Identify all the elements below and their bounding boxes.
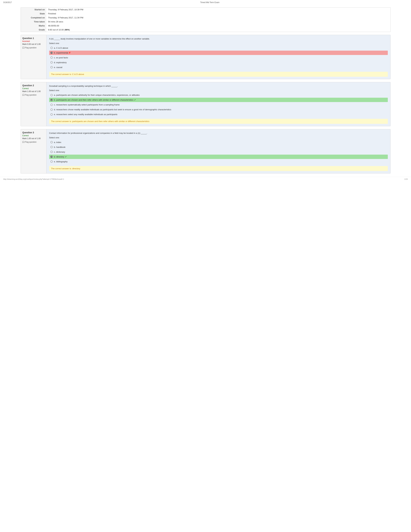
header-title: Timed Mid Term Exam: [12, 1, 408, 4]
option-row-q1-1[interactable]: a. C & D above: [49, 46, 388, 50]
question-text-1: A (n) _____ study involves manipulation …: [49, 37, 388, 40]
option-label-q1-2: b. experimental✗: [54, 52, 71, 54]
completed-on-label: Completed on: [21, 16, 47, 20]
footer-page: 1/15: [404, 178, 408, 180]
question-content-3: Contact information for professional org…: [47, 129, 390, 173]
option-row-q2-2[interactable]: b. participants are chosen and then refe…: [49, 98, 388, 102]
footer-url: http://elearning.acct2day.org/mod/quiz/r…: [3, 178, 64, 180]
option-row-q1-4[interactable]: d. exploratory: [49, 60, 388, 65]
header-date: 3/19/2017: [3, 1, 12, 4]
option-label-q3-5: e. bibliography: [54, 161, 68, 163]
option-row-q2-1[interactable]: a. participants are chosen arbitrarily f…: [49, 93, 388, 97]
time-taken-label: Time taken: [21, 20, 47, 24]
option-label-q2-3: c. researchers systematically select par…: [54, 104, 120, 106]
option-label-q3-4: d. directory✓: [54, 156, 67, 158]
select-one-label-1: Select one:: [49, 42, 388, 45]
flag-icon: [22, 94, 24, 96]
option-row-q2-3[interactable]: c. researchers systematically select par…: [49, 103, 388, 107]
option-radio-q3-2: [50, 146, 53, 148]
svg-marker-0: [23, 47, 24, 48]
flag-question-1[interactable]: Flag question: [22, 47, 45, 49]
question-number-2: Question 2: [22, 84, 45, 87]
marks-value: 48.00/50.00: [47, 24, 390, 28]
option-radio-q3-4: [50, 156, 53, 158]
check-icon: ✓: [134, 99, 136, 101]
option-row-q3-3[interactable]: c. dictionary: [49, 150, 388, 154]
select-one-label-3: Select one:: [49, 136, 388, 139]
state-value: Finished: [47, 12, 390, 16]
state-label: State: [21, 12, 47, 16]
option-label-q2-5: e. researchers select any readily availa…: [54, 113, 118, 116]
option-label-q1-3: c. ex post facto: [54, 57, 68, 59]
started-on-label: Started on: [21, 8, 47, 12]
grade-label: Grade: [21, 28, 47, 32]
question-mark-1: Mark 0.00 out of 1.00: [22, 43, 45, 45]
question-mark-2: Mark 1.00 out of 1.00: [22, 90, 45, 93]
started-on-value: Thursday, 9 February 2017, 10:39 PM: [47, 8, 390, 12]
option-label-q1-5: e. causal: [54, 66, 62, 68]
flag-question-2[interactable]: Flag question: [22, 94, 45, 96]
summary-row-marks: Marks 48.00/50.00: [21, 24, 390, 28]
option-label-q2-4: d. researchers chose readily available i…: [54, 108, 171, 111]
question-content-2: Snowball sampling is a nonprobability sa…: [47, 82, 390, 126]
questions-container: Question 1IncorrectMark 0.00 out of 1.00…: [0, 35, 411, 173]
check-icon: ✓: [65, 156, 67, 158]
wrong-icon: ✗: [69, 52, 71, 54]
option-row-q3-2[interactable]: b. handbook: [49, 145, 388, 149]
time-taken-value: 54 mins 28 secs: [47, 20, 390, 24]
option-label-q1-1: a. C & D above: [54, 47, 68, 49]
summary-row-state: State Finished: [21, 12, 390, 16]
correct-answer-box-2: The correct answer is: participants are …: [49, 119, 388, 124]
option-radio-q1-5: [50, 66, 53, 68]
question-text-2: Snowball sampling is a nonprobability sa…: [49, 85, 388, 88]
option-radio-q1-4: [50, 61, 53, 64]
summary-table: Started on Thursday, 9 February 2017, 10…: [21, 7, 391, 32]
question-mark-3: Mark 1.00 out of 1.00: [22, 137, 45, 140]
svg-marker-1: [23, 94, 24, 96]
option-label-q2-2: b. participants are chosen and then refe…: [54, 99, 136, 101]
question-content-1: A (n) _____ study involves manipulation …: [47, 35, 390, 79]
option-radio-q3-5: [50, 161, 53, 163]
question-block-2: Question 2CorrectMark 1.00 out of 1.00 F…: [21, 82, 391, 126]
option-row-q3-4[interactable]: d. directory✓: [49, 155, 388, 159]
option-radio-q3-1: [50, 141, 53, 143]
question-sidebar-1: Question 1IncorrectMark 0.00 out of 1.00…: [21, 35, 47, 79]
option-radio-q1-2: [50, 52, 53, 54]
option-radio-q3-3: [50, 151, 53, 153]
option-radio-q2-1: [50, 94, 53, 96]
summary-row-time: Time taken 54 mins 28 secs: [21, 20, 390, 24]
summary-row-grade: Grade 9.60 out of 10.00 (96%): [21, 28, 390, 32]
flag-icon: [22, 47, 24, 49]
option-row-q2-5[interactable]: e. researchers select any readily availa…: [49, 112, 388, 116]
option-row-q3-5[interactable]: e. bibliography: [49, 160, 388, 164]
question-number-3: Question 3: [22, 131, 45, 134]
question-number-1: Question 1: [22, 37, 45, 39]
option-radio-q1-3: [50, 57, 53, 59]
option-row-q2-4[interactable]: d. researchers chose readily available i…: [49, 107, 388, 112]
summary-row-completed: Completed on Thursday, 9 February 2017, …: [21, 16, 390, 20]
page-footer: http://elearning.acct2day.org/mod/quiz/r…: [0, 177, 411, 181]
question-status-3: Correct: [22, 134, 45, 137]
question-sidebar-3: Question 3CorrectMark 1.00 out of 1.00 F…: [21, 129, 47, 173]
option-radio-q1-1: [50, 47, 53, 49]
option-label-q3-1: a. index: [54, 141, 61, 143]
question-sidebar-2: Question 2CorrectMark 1.00 out of 1.00 F…: [21, 82, 47, 126]
option-radio-q2-3: [50, 104, 53, 106]
option-radio-q2-4: [50, 108, 53, 111]
option-radio-q2-5: [50, 113, 53, 116]
flag-icon: [22, 141, 24, 143]
marks-label: Marks: [21, 24, 47, 28]
svg-marker-2: [23, 141, 24, 143]
option-row-q1-2[interactable]: b. experimental✗: [49, 51, 388, 55]
flag-question-3[interactable]: Flag question: [22, 141, 45, 143]
select-one-label-2: Select one:: [49, 89, 388, 92]
question-text-3: Contact information for professional org…: [49, 132, 388, 135]
option-label-q3-2: b. handbook: [54, 146, 65, 148]
option-row-q3-1[interactable]: a. index: [49, 140, 388, 144]
option-label-q2-1: a. participants are chosen arbitrarily f…: [54, 94, 140, 96]
option-row-q1-3[interactable]: c. ex post facto: [49, 56, 388, 60]
option-row-q1-5[interactable]: e. causal: [49, 65, 388, 69]
option-label-q3-3: c. dictionary: [54, 151, 65, 153]
question-block-1: Question 1IncorrectMark 0.00 out of 1.00…: [21, 35, 391, 79]
completed-on-value: Thursday, 9 February 2017, 11:34 PM: [47, 16, 390, 20]
